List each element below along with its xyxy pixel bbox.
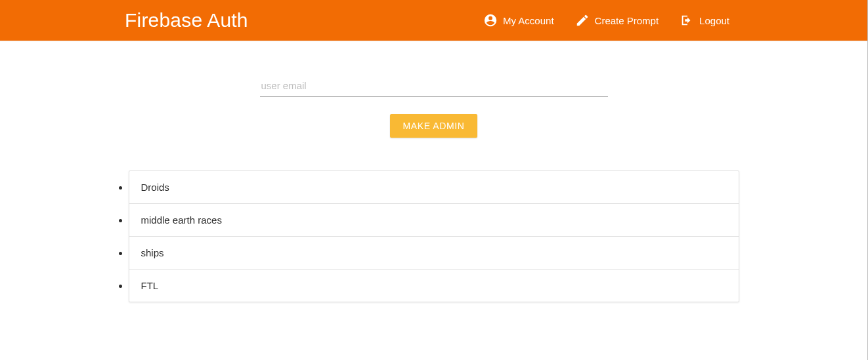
nav-my-account[interactable]: My Account xyxy=(483,13,554,28)
pencil-icon xyxy=(575,13,590,28)
logout-icon xyxy=(680,13,694,28)
list-item[interactable]: Droids xyxy=(129,171,739,204)
nav-logout[interactable]: Logout xyxy=(680,13,729,28)
user-email-input[interactable] xyxy=(260,73,608,97)
list-item-title: FTL xyxy=(141,280,159,291)
nav-links: My Account Create Prompt Logout xyxy=(483,13,867,28)
nav-logout-label: Logout xyxy=(699,15,729,26)
prompt-list: Droids middle earth races ships FTL xyxy=(129,170,739,302)
account-circle-icon xyxy=(483,13,498,28)
list-item[interactable]: middle earth races xyxy=(129,204,739,237)
list-item-title: ships xyxy=(141,247,164,258)
list-item[interactable]: FTL xyxy=(129,270,739,302)
navbar: Firebase Auth My Account Create Prompt L… xyxy=(0,0,867,41)
make-admin-button[interactable]: Make Admin xyxy=(390,114,478,138)
nav-my-account-label: My Account xyxy=(503,15,554,26)
nav-create-prompt[interactable]: Create Prompt xyxy=(575,13,659,28)
list-item-title: Droids xyxy=(141,182,169,193)
main-content: Make Admin Droids middle earth races shi… xyxy=(129,41,739,302)
email-input-wrap xyxy=(260,73,608,97)
brand-title[interactable]: Firebase Auth xyxy=(125,9,248,31)
list-item-title: middle earth races xyxy=(141,214,222,226)
nav-create-prompt-label: Create Prompt xyxy=(595,15,659,26)
make-admin-form: Make Admin xyxy=(260,73,608,138)
list-item[interactable]: ships xyxy=(129,237,739,270)
